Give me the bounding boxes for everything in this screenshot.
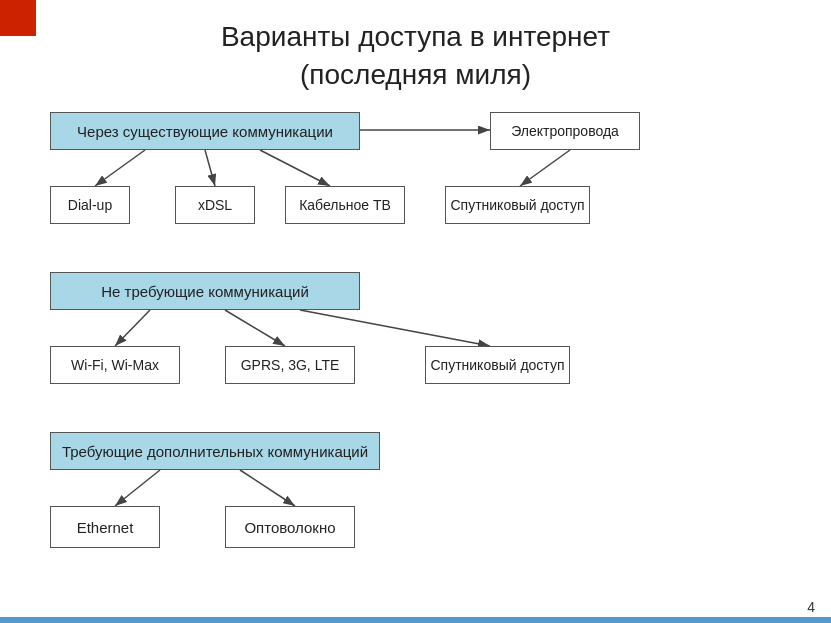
slide: Варианты доступа в интернет (последняя м…: [0, 0, 831, 623]
box-optovolokno: Оптоволокно: [225, 506, 355, 548]
section3-header: Требующие дополнительных коммуникаций: [50, 432, 380, 470]
slide-title: Варианты доступа в интернет (последняя м…: [0, 0, 831, 94]
box-ethernet: Ethernet: [50, 506, 160, 548]
section1-header: Через существующие коммуникации: [50, 112, 360, 150]
title-line1: Варианты доступа в интернет: [221, 21, 610, 52]
box-sputnik1: Спутниковый доступ: [445, 186, 590, 224]
box-dialup: Dial-up: [50, 186, 130, 224]
corner-decoration: [0, 0, 36, 36]
bottom-line: [0, 617, 831, 623]
svg-line-2: [205, 150, 215, 186]
svg-line-8: [300, 310, 490, 346]
slide-number: 4: [807, 599, 815, 615]
svg-line-1: [95, 150, 145, 186]
svg-line-7: [225, 310, 285, 346]
diagram: Через существующие коммуникации Электроп…: [30, 108, 801, 583]
box-gprs: GPRS, 3G, LTE: [225, 346, 355, 384]
box-elektroprovoda: Электропровода: [490, 112, 640, 150]
svg-line-9: [115, 470, 160, 506]
section2-header: Не требующие коммуникаций: [50, 272, 360, 310]
svg-line-6: [115, 310, 150, 346]
box-sputnik2: Спутниковый доступ: [425, 346, 570, 384]
box-kabelnoe-tv: Кабельное ТВ: [285, 186, 405, 224]
svg-line-5: [520, 150, 570, 186]
svg-line-10: [240, 470, 295, 506]
box-wifi: Wi-Fi, Wi-Max: [50, 346, 180, 384]
svg-line-3: [260, 150, 330, 186]
title-line2: (последняя миля): [300, 59, 531, 90]
box-xdsl: xDSL: [175, 186, 255, 224]
